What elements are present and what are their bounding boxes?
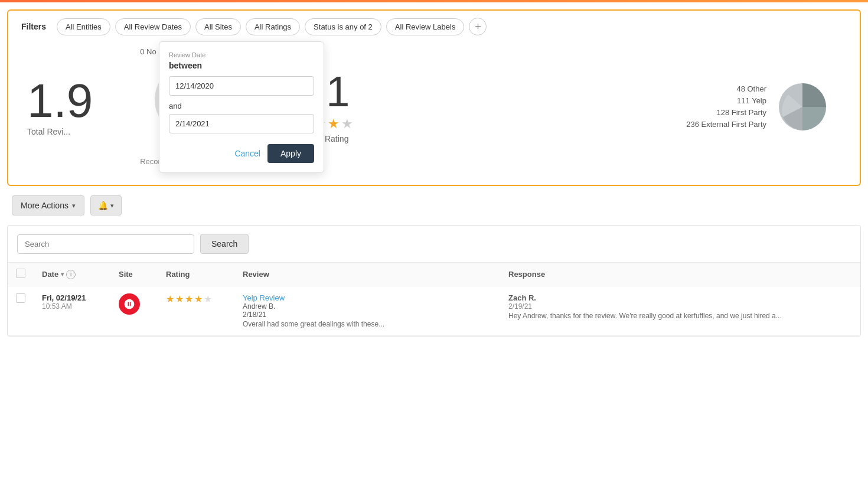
search-button[interactable]: Search <box>200 234 249 254</box>
row-time: 10:53 AM <box>42 302 102 311</box>
more-actions-button[interactable]: More Actions ▾ <box>12 195 84 215</box>
date-picker-dropdown: Review Date between and Cancel Apply <box>159 41 324 173</box>
legend-item-2: 128 First Party <box>716 108 766 117</box>
donut-legend: 48 Other 111 Yelp 128 First Party 236 Ex… <box>686 80 841 133</box>
review-title[interactable]: Yelp Review <box>243 293 492 302</box>
row-checkbox-cell <box>8 286 34 336</box>
filter-section: Filters All Entities All Review Dates Al… <box>7 9 861 186</box>
filter-chip-labels[interactable]: All Review Labels <box>386 18 465 35</box>
date-end-input[interactable] <box>169 114 314 133</box>
filter-bar: Filters All Entities All Review Dates Al… <box>15 18 853 35</box>
total-reviews-block: 1.9 Total Revi... <box>27 77 93 136</box>
yelp-site-icon <box>119 293 140 315</box>
th-date: Date ▾ i <box>34 263 110 286</box>
total-reviews-label: Total Revi... <box>27 127 70 136</box>
filters-label: Filters <box>15 18 52 35</box>
info-icon[interactable]: i <box>66 270 76 279</box>
th-rating-label: Rating <box>166 270 190 279</box>
search-input[interactable] <box>17 234 194 254</box>
stats-area: 1.9 Total Revi... 0 No 100% 4 Yes Recomm… <box>15 35 853 178</box>
r-star-3: ★ <box>185 293 193 305</box>
donut-no-label: 0 No <box>140 47 156 56</box>
row-rating-stars: ★ ★ ★ ★ ★ <box>166 293 226 305</box>
cancel-button[interactable]: Cancel <box>234 149 260 158</box>
actions-bar: More Actions ▾ 🔔 ▾ <box>0 186 868 225</box>
row-rating-cell: ★ ★ ★ ★ ★ <box>158 286 234 336</box>
th-site: Site <box>110 263 158 286</box>
row-date: Fri, 02/19/21 <box>42 293 102 302</box>
response-text: Hey Andrew, thanks for the review. We're… <box>508 312 852 320</box>
legend-items: 48 Other 111 Yelp 128 First Party 236 Ex… <box>686 84 766 129</box>
more-actions-chevron-icon: ▾ <box>72 202 76 210</box>
r-star-1: ★ <box>166 293 174 305</box>
pie-chart <box>776 80 829 133</box>
date-start-input[interactable] <box>169 76 314 96</box>
star-4: ★ <box>328 116 340 132</box>
th-rating: Rating <box>158 263 234 286</box>
apply-button[interactable]: Apply <box>267 144 314 163</box>
row-response-cell: Zach R. 2/19/21 Hey Andrew, thanks for t… <box>500 286 860 336</box>
bell-chevron-icon: ▾ <box>110 202 114 210</box>
th-select-all <box>8 263 34 286</box>
more-actions-label: More Actions <box>21 201 68 210</box>
page-wrapper: Filters All Entities All Review Dates Al… <box>0 0 868 490</box>
date-and-label: and <box>169 102 314 110</box>
row-site-cell <box>110 286 158 336</box>
row-checkbox[interactable] <box>16 293 25 303</box>
table-row: Fri, 02/19/21 10:53 AM ★ <box>8 286 860 336</box>
table-header-row: Date ▾ i Site Rating Review <box>8 263 860 286</box>
r-star-5: ★ <box>204 293 212 305</box>
legend-item-3: 236 External First Party <box>686 120 766 129</box>
review-author: Andrew B. 2/18/21 <box>243 302 492 319</box>
date-picker-title: Review Date <box>169 51 314 58</box>
th-site-label: Site <box>119 270 133 279</box>
r-star-2: ★ <box>175 293 184 305</box>
row-date-cell: Fri, 02/19/21 10:53 AM <box>34 286 110 336</box>
th-response: Response <box>500 263 860 286</box>
review-table: Date ▾ i Site Rating Review <box>8 263 860 336</box>
search-bar: Search <box>8 226 860 263</box>
filter-chip-sites[interactable]: All Sites <box>195 18 241 35</box>
legend-item-0: 48 Other <box>736 84 766 93</box>
total-reviews-number: 1.9 <box>27 77 93 125</box>
date-picker-actions: Cancel Apply <box>169 144 314 163</box>
filter-chip-entities[interactable]: All Entities <box>57 18 110 35</box>
response-name: Zach R. <box>508 293 852 302</box>
sort-icon[interactable]: ▾ <box>61 271 64 277</box>
review-text: Overall had some great dealings with the… <box>243 320 492 328</box>
bell-button[interactable]: 🔔 ▾ <box>90 195 122 215</box>
row-review-cell: Yelp Review Andrew B. 2/18/21 Overall ha… <box>234 286 500 336</box>
th-date-label: Date <box>42 270 58 279</box>
th-review: Review <box>234 263 500 286</box>
r-star-4: ★ <box>194 293 203 305</box>
legend-item-1: 111 Yelp <box>737 96 766 105</box>
date-picker-between: between <box>169 61 314 70</box>
response-date: 2/19/21 <box>508 302 852 311</box>
bell-icon: 🔔 <box>98 201 108 210</box>
filter-chip-ratings[interactable]: All Ratings <box>246 18 300 35</box>
table-section: Search Date ▾ i Site <box>7 225 861 337</box>
filter-add-button[interactable]: + <box>469 18 487 35</box>
filter-chip-status[interactable]: Status is any of 2 <box>305 18 381 35</box>
filter-chip-review-dates[interactable]: All Review Dates <box>115 18 191 35</box>
yelp-svg <box>123 298 135 310</box>
star-5: ★ <box>341 116 353 132</box>
top-progress-bar <box>0 0 868 2</box>
select-all-checkbox[interactable] <box>16 269 25 278</box>
th-response-label: Response <box>508 270 545 279</box>
th-review-label: Review <box>243 270 269 279</box>
